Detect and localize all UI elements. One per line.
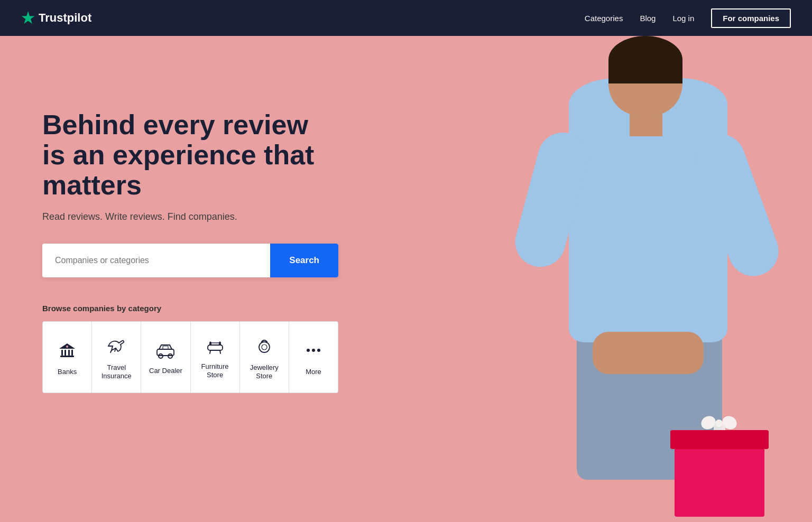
svg-point-19 — [317, 349, 320, 352]
bow-right — [720, 414, 739, 432]
person-arm-right — [688, 127, 786, 283]
search-button[interactable]: Search — [270, 244, 338, 277]
person-hands-behind — [593, 332, 704, 374]
gift-box — [675, 432, 770, 517]
banks-icon — [58, 341, 77, 362]
person-hair — [608, 36, 682, 83]
gift-box-lid — [670, 430, 769, 449]
furniture-store-label: Furniture Store — [197, 362, 233, 380]
svg-point-6 — [66, 346, 68, 348]
brand-logo[interactable]: ★ Trustpilot — [21, 10, 91, 27]
svg-line-14 — [220, 350, 220, 353]
jewellery-store-label: Jewellery Store — [246, 363, 282, 381]
svg-rect-3 — [68, 350, 70, 356]
person-arm-left — [510, 127, 594, 273]
svg-point-9 — [168, 354, 172, 358]
category-jewellery-store[interactable]: Jewellery Store — [240, 322, 289, 393]
for-companies-button[interactable]: For companies — [711, 8, 791, 28]
hero-content: Behind every review is an experience tha… — [42, 78, 338, 393]
category-banks[interactable]: Banks — [43, 322, 92, 393]
brand-name: Trustpilot — [39, 11, 91, 25]
bow-left — [699, 414, 718, 432]
svg-rect-12 — [210, 343, 220, 345]
svg-rect-4 — [71, 350, 73, 356]
gift-ribbon — [714, 424, 725, 517]
person-illustration — [495, 36, 812, 496]
trustpilot-star-icon: ★ — [21, 10, 34, 27]
svg-point-18 — [312, 349, 315, 352]
nav-login-link[interactable]: Log in — [672, 14, 694, 23]
navbar: ★ Trustpilot Categories Blog Log in For … — [0, 0, 812, 36]
svg-rect-2 — [64, 350, 66, 356]
svg-rect-1 — [61, 350, 63, 356]
category-grid: Banks Travel Insurance — [42, 321, 338, 394]
category-more[interactable]: More — [289, 322, 338, 393]
svg-point-16 — [262, 344, 267, 350]
nav-blog-link[interactable]: Blog — [640, 14, 656, 23]
person-neck — [630, 110, 662, 136]
person-pants — [577, 311, 722, 480]
browse-label: Browse companies by category — [42, 304, 338, 313]
svg-point-15 — [259, 342, 270, 352]
svg-rect-10 — [163, 346, 168, 349]
hero-section: Behind every review is an experience tha… — [0, 36, 812, 522]
hero-image — [365, 36, 812, 522]
jewellery-store-icon — [255, 337, 274, 358]
more-icon — [304, 341, 323, 362]
search-input[interactable] — [42, 244, 270, 277]
person-head — [608, 36, 682, 115]
nav-links: Categories Blog Log in For companies — [585, 8, 791, 28]
bow-center — [715, 420, 723, 427]
car-dealer-label: Car Dealer — [149, 367, 182, 376]
travel-insurance-label: Travel Insurance — [98, 363, 134, 381]
hero-title: Behind every review is an experience tha… — [42, 110, 338, 201]
banks-label: Banks — [58, 368, 77, 377]
search-bar: Search — [42, 244, 338, 277]
category-furniture-store[interactable]: Furniture Store — [191, 322, 240, 393]
person-torso — [569, 78, 727, 342]
category-car-dealer[interactable]: Car Dealer — [141, 322, 190, 393]
nav-categories-link[interactable]: Categories — [585, 14, 623, 23]
gift-bow — [701, 414, 737, 432]
hero-subtitle: Read reviews. Write reviews. Find compan… — [42, 211, 338, 222]
svg-rect-0 — [60, 356, 74, 357]
category-travel-insurance[interactable]: Travel Insurance — [92, 322, 141, 393]
gift-box-body — [675, 443, 764, 517]
svg-point-8 — [159, 354, 163, 358]
svg-point-17 — [307, 349, 310, 352]
travel-insurance-icon — [106, 337, 126, 358]
car-dealer-icon — [155, 342, 176, 361]
svg-line-13 — [210, 350, 210, 353]
svg-rect-11 — [208, 345, 223, 350]
more-label: More — [306, 368, 321, 377]
furniture-store-icon — [205, 338, 225, 357]
